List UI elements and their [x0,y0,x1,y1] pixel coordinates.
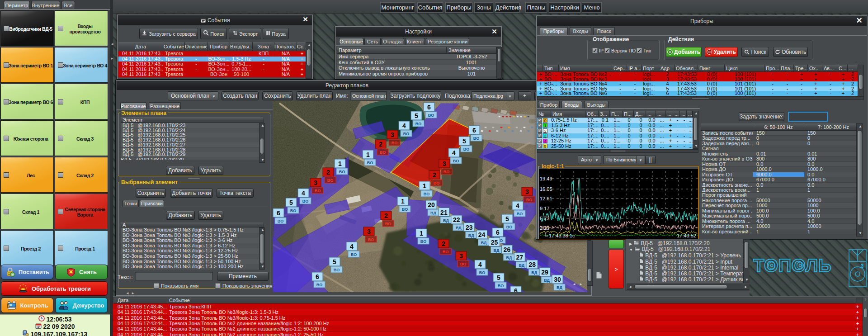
svg-text:4: 4 [478,261,482,268]
svg-text:2: 2 [384,212,388,219]
svg-text:24: 24 [478,231,486,238]
svg-text:4: 4 [302,189,305,197]
svg-text:2: 2 [442,240,445,247]
svg-text:ВО: ВО [316,283,322,287]
svg-text:26: 26 [504,246,511,253]
svg-text:3: 3 [861,263,863,269]
svg-text:3: 3 [314,179,317,186]
svg-text:16.05: 16.05 [540,186,552,192]
svg-text:ВО: ВО [385,222,391,226]
svg-text:6: 6 [514,287,518,292]
svg-text:6: 6 [277,209,280,217]
svg-text:ВД: ВД [544,278,550,283]
svg-text:ВО: ВО [506,225,512,229]
svg-text:4: 4 [350,243,354,250]
svg-text:ВО: ВО [479,270,485,275]
svg-text:ВО: ВО [443,250,448,254]
svg-text:ВД: ВД [481,241,487,245]
svg-text:ВО: ВО [473,136,479,141]
svg-text:30: 30 [554,276,561,283]
svg-text:12.61: 12.61 [540,196,552,201]
svg-text:4: 4 [516,202,519,209]
svg-text:ВО: ВО [424,192,429,196]
svg-text:ВО: ВО [403,132,409,136]
svg-text:27: 27 [516,254,524,261]
svg-text:ВД: ВД [519,263,524,268]
svg-text:1: 1 [423,182,426,189]
svg-text:5: 5 [415,112,418,119]
svg-text:3: 3 [459,252,463,260]
svg-text:ВО: ВО [290,208,296,213]
svg-text:ВО: ВО [415,122,421,126]
svg-text:ВО: ВО [526,198,532,202]
svg-text:3: 3 [443,160,446,167]
svg-text:1: 1 [338,160,342,167]
svg-text:21: 21 [440,209,448,216]
svg-text:ВД: ВД [531,270,537,275]
svg-text:ВО: ВО [517,212,523,216]
svg-text:ВД: ВД [456,226,462,230]
svg-text:5: 5 [289,199,293,206]
svg-text:ВО: ВО [367,161,373,165]
svg-text:ВО: ВО [302,199,308,203]
svg-text:ВО: ВО [460,262,466,266]
svg-text:6: 6 [472,127,476,134]
svg-text:2: 2 [379,141,382,148]
svg-text:6: 6 [496,229,500,236]
svg-text:ВО: ВО [453,159,459,163]
svg-text:2.29: 2.29 [540,225,549,231]
svg-text:ВД: ВД [506,256,512,260]
svg-text:2: 2 [326,169,330,176]
svg-text:ТОПОЛЬ: ТОПОЛЬ [753,256,831,275]
svg-text:ВО: ВО [368,237,374,242]
svg-text:1: 1 [420,230,423,237]
svg-text:5: 5 [462,137,466,145]
svg-text:22: 22 [453,216,460,223]
svg-text:17:43:52: 17:43:52 [677,233,696,238]
svg-text:ВО: ВО [428,113,434,118]
svg-text:ВО: ВО [402,207,408,212]
svg-text:1: 1 [366,151,370,158]
svg-text:3: 3 [525,188,529,195]
svg-text:17:43:38 1с: 17:43:38 1с [549,233,575,238]
svg-text:ВО: ВО [443,170,449,174]
svg-text:ВО: ВО [420,239,426,244]
svg-text:6: 6 [427,104,431,111]
svg-text:ВД: ВД [468,233,474,238]
svg-text:ВО: ВО [380,150,386,155]
svg-text:4: 4 [402,122,406,129]
svg-text:9.17: 9.17 [540,206,549,211]
svg-text:4: 4 [452,149,456,156]
svg-text:ВО: ВО [334,268,340,272]
svg-text:5: 5 [505,215,509,222]
svg-text:ВД: ВД [494,248,500,253]
svg-text:5: 5 [497,274,500,281]
svg-text:ВО: ВО [392,141,397,145]
svg-text:ВД: ВД [557,285,562,290]
svg-text:ВО: ВО [327,178,333,183]
svg-text:ВД: ВД [430,211,436,215]
svg-text:3: 3 [367,228,371,235]
svg-text:ВО: ВО [463,147,469,151]
svg-text:ВО: ВО [434,181,439,185]
svg-text:5: 5 [333,258,336,265]
svg-text:1: 1 [401,198,405,205]
svg-text:6: 6 [316,273,319,280]
svg-text:28: 28 [528,261,536,268]
svg-text:23: 23 [466,224,473,231]
svg-text:2: 2 [433,171,436,179]
svg-text:ВО: ВО [339,170,345,174]
svg-text:3: 3 [391,131,394,138]
svg-text:ВО: ВО [278,219,283,223]
svg-text:19.49: 19.49 [540,176,552,181]
svg-text:29: 29 [541,269,548,276]
svg-text:25: 25 [491,239,498,246]
svg-text:ВО: ВО [315,189,321,193]
svg-text:ВО: ВО [498,284,504,288]
svg-text:20: 20 [428,201,435,208]
svg-text:ВО: ВО [351,252,357,257]
svg-text:ВД: ВД [443,218,449,223]
svg-text:5.73: 5.73 [540,216,549,221]
